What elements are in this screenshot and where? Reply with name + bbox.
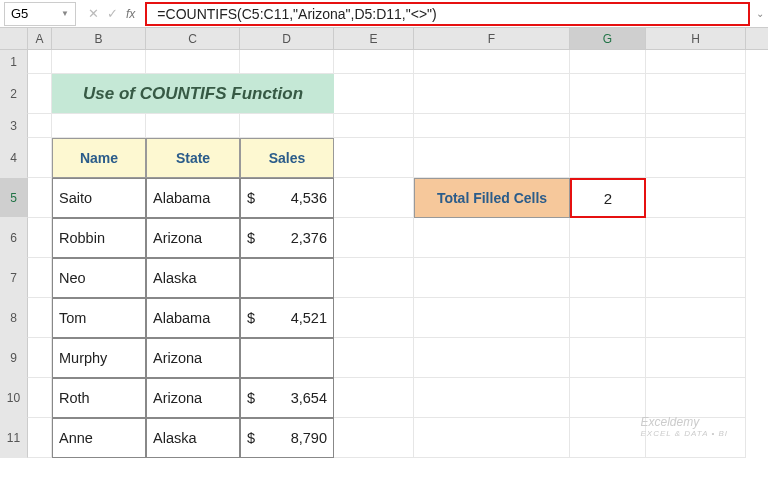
summary-label[interactable]: Total Filled Cells	[414, 178, 570, 218]
row-header-5[interactable]: 5	[0, 178, 28, 218]
cell-H2[interactable]	[646, 74, 746, 114]
cell-B3[interactable]	[52, 114, 146, 138]
table-cell-state[interactable]: Alaska	[146, 418, 240, 458]
cell-E3[interactable]	[334, 114, 414, 138]
cell-E2[interactable]	[334, 74, 414, 114]
col-header-F[interactable]: F	[414, 28, 570, 49]
cell-G1[interactable]	[570, 50, 646, 74]
cell-A4[interactable]	[28, 138, 52, 178]
row-header-4[interactable]: 4	[0, 138, 28, 178]
table-header-name[interactable]: Name	[52, 138, 146, 178]
chevron-down-icon[interactable]: ▼	[61, 9, 69, 18]
cell-F3[interactable]	[414, 114, 570, 138]
table-cell-name[interactable]: Murphy	[52, 338, 146, 378]
cell-C1[interactable]	[146, 50, 240, 74]
cell-B1[interactable]	[52, 50, 146, 74]
cell-H8[interactable]	[646, 298, 746, 338]
cell-E4[interactable]	[334, 138, 414, 178]
cell-F7[interactable]	[414, 258, 570, 298]
cell-G3[interactable]	[570, 114, 646, 138]
table-cell-state[interactable]: Alaska	[146, 258, 240, 298]
cell-D1[interactable]	[240, 50, 334, 74]
table-cell-name[interactable]: Robbin	[52, 218, 146, 258]
cell-H5[interactable]	[646, 178, 746, 218]
col-header-D[interactable]: D	[240, 28, 334, 49]
summary-result[interactable]: 2	[570, 178, 646, 218]
page-title[interactable]: Use of COUNTIFS Function	[52, 74, 334, 114]
cell-G2[interactable]	[570, 74, 646, 114]
cell-F8[interactable]	[414, 298, 570, 338]
cell-H7[interactable]	[646, 258, 746, 298]
row-header-7[interactable]: 7	[0, 258, 28, 298]
cell-G4[interactable]	[570, 138, 646, 178]
cell-F9[interactable]	[414, 338, 570, 378]
cell-E6[interactable]	[334, 218, 414, 258]
table-header-state[interactable]: State	[146, 138, 240, 178]
table-cell-state[interactable]: Alabama	[146, 298, 240, 338]
row-header-2[interactable]: 2	[0, 74, 28, 114]
row-header-11[interactable]: 11	[0, 418, 28, 458]
fx-icon[interactable]: fx	[126, 7, 135, 21]
cell-G6[interactable]	[570, 218, 646, 258]
table-cell-state[interactable]: Arizona	[146, 378, 240, 418]
cell-G9[interactable]	[570, 338, 646, 378]
table-cell-sales[interactable]: $4,521	[240, 298, 334, 338]
cell-G8[interactable]	[570, 298, 646, 338]
cell-F1[interactable]	[414, 50, 570, 74]
cell-A11[interactable]	[28, 418, 52, 458]
table-cell-sales[interactable]	[240, 258, 334, 298]
col-header-B[interactable]: B	[52, 28, 146, 49]
table-cell-name[interactable]: Saito	[52, 178, 146, 218]
table-cell-sales[interactable]: $8,790	[240, 418, 334, 458]
cell-A1[interactable]	[28, 50, 52, 74]
table-cell-sales[interactable]: $4,536	[240, 178, 334, 218]
table-cell-name[interactable]: Anne	[52, 418, 146, 458]
table-cell-state[interactable]: Arizona	[146, 218, 240, 258]
cell-E5[interactable]	[334, 178, 414, 218]
cell-G7[interactable]	[570, 258, 646, 298]
cell-H10[interactable]	[646, 378, 746, 418]
cell-H11[interactable]	[646, 418, 746, 458]
table-cell-name[interactable]: Neo	[52, 258, 146, 298]
cell-F10[interactable]	[414, 378, 570, 418]
row-header-10[interactable]: 10	[0, 378, 28, 418]
col-header-A[interactable]: A	[28, 28, 52, 49]
cell-H3[interactable]	[646, 114, 746, 138]
cell-E1[interactable]	[334, 50, 414, 74]
select-all-corner[interactable]	[0, 28, 28, 49]
cell-H9[interactable]	[646, 338, 746, 378]
cell-G10[interactable]	[570, 378, 646, 418]
table-cell-name[interactable]: Roth	[52, 378, 146, 418]
cell-H1[interactable]	[646, 50, 746, 74]
enter-icon[interactable]: ✓	[107, 6, 118, 21]
cell-E7[interactable]	[334, 258, 414, 298]
expand-formula-icon[interactable]: ⌄	[752, 8, 768, 19]
col-header-C[interactable]: C	[146, 28, 240, 49]
cell-A3[interactable]	[28, 114, 52, 138]
cell-E10[interactable]	[334, 378, 414, 418]
row-header-6[interactable]: 6	[0, 218, 28, 258]
cancel-icon[interactable]: ✕	[88, 6, 99, 21]
table-cell-sales[interactable]	[240, 338, 334, 378]
row-header-9[interactable]: 9	[0, 338, 28, 378]
formula-input[interactable]: =COUNTIFS(C5:C11,"Arizona",D5:D11,"<>")	[145, 2, 750, 26]
cell-A7[interactable]	[28, 258, 52, 298]
table-header-sales[interactable]: Sales	[240, 138, 334, 178]
cell-H4[interactable]	[646, 138, 746, 178]
cell-F6[interactable]	[414, 218, 570, 258]
cell-A10[interactable]	[28, 378, 52, 418]
col-header-H[interactable]: H	[646, 28, 746, 49]
cell-G11[interactable]	[570, 418, 646, 458]
cell-A5[interactable]	[28, 178, 52, 218]
cell-E8[interactable]	[334, 298, 414, 338]
cell-H6[interactable]	[646, 218, 746, 258]
cell-A6[interactable]	[28, 218, 52, 258]
cell-E9[interactable]	[334, 338, 414, 378]
col-header-E[interactable]: E	[334, 28, 414, 49]
cell-F11[interactable]	[414, 418, 570, 458]
table-cell-state[interactable]: Alabama	[146, 178, 240, 218]
table-cell-state[interactable]: Arizona	[146, 338, 240, 378]
cell-A8[interactable]	[28, 298, 52, 338]
row-header-1[interactable]: 1	[0, 50, 28, 74]
table-cell-sales[interactable]: $2,376	[240, 218, 334, 258]
